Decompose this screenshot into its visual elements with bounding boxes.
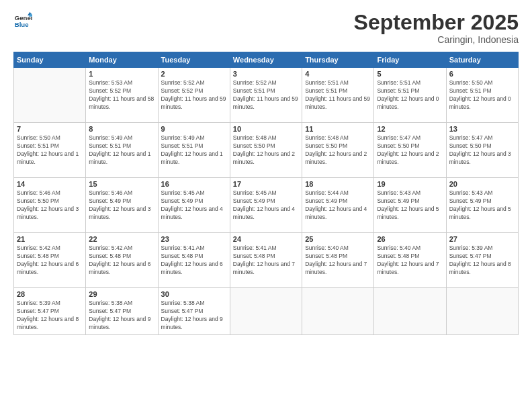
cell-details: Sunrise: 5:52 AMSunset: 5:51 PMDaylight:… [233,79,299,111]
day-number: 29 [89,290,154,298]
col-saturday: Saturday [446,52,518,68]
cell-details: Sunrise: 5:39 AMSunset: 5:47 PMDaylight:… [17,300,83,332]
cell-details: Sunrise: 5:47 AMSunset: 5:50 PMDaylight:… [449,134,515,167]
week-row-1: 7Sunrise: 5:50 AMSunset: 5:51 PMDaylight… [14,123,519,178]
week-row-4: 28Sunrise: 5:39 AMSunset: 5:47 PMDayligh… [14,288,519,335]
day-number: 23 [161,235,227,243]
calendar-cell: 25Sunrise: 5:40 AMSunset: 5:48 PMDayligh… [302,233,374,288]
title-area: September 2025 Caringin, Indonesia [354,11,519,45]
cell-details: Sunrise: 5:50 AMSunset: 5:51 PMDaylight:… [17,134,83,167]
day-number: 14 [17,180,83,188]
day-number: 8 [89,125,154,133]
day-number: 11 [305,125,371,133]
cell-details: Sunrise: 5:38 AMSunset: 5:47 PMDaylight:… [161,300,227,332]
cell-details: Sunrise: 5:39 AMSunset: 5:47 PMDaylight:… [449,244,515,277]
calendar-cell: 11Sunrise: 5:48 AMSunset: 5:50 PMDayligh… [302,123,374,178]
cell-details: Sunrise: 5:41 AMSunset: 5:48 PMDaylight:… [161,244,227,277]
calendar-cell: 23Sunrise: 5:41 AMSunset: 5:48 PMDayligh… [158,233,230,288]
logo-icon: General Blue [13,11,32,30]
calendar-cell [230,288,302,335]
day-number: 13 [449,125,515,133]
day-number: 6 [449,70,515,78]
week-row-3: 21Sunrise: 5:42 AMSunset: 5:48 PMDayligh… [14,233,519,288]
cell-details: Sunrise: 5:50 AMSunset: 5:51 PMDaylight:… [449,79,515,111]
cell-details: Sunrise: 5:53 AMSunset: 5:52 PMDaylight:… [89,79,154,111]
day-number: 18 [305,180,371,188]
day-number: 19 [377,180,443,188]
day-number: 17 [233,180,299,188]
day-number: 3 [233,70,299,78]
calendar-cell: 18Sunrise: 5:44 AMSunset: 5:49 PMDayligh… [302,178,374,233]
calendar-cell: 2Sunrise: 5:52 AMSunset: 5:52 PMDaylight… [158,68,230,123]
cell-details: Sunrise: 5:49 AMSunset: 5:51 PMDaylight:… [89,134,154,167]
cell-details: Sunrise: 5:49 AMSunset: 5:51 PMDaylight:… [161,134,227,167]
day-number: 24 [233,235,299,243]
calendar-cell: 10Sunrise: 5:48 AMSunset: 5:50 PMDayligh… [230,123,302,178]
header-row: Sunday Monday Tuesday Wednesday Thursday… [14,52,519,68]
col-tuesday: Tuesday [158,52,230,68]
calendar-cell [14,68,86,123]
day-number: 7 [17,125,83,133]
calendar-cell: 26Sunrise: 5:40 AMSunset: 5:48 PMDayligh… [374,233,446,288]
day-number: 10 [233,125,299,133]
day-number: 9 [161,125,227,133]
svg-text:Blue: Blue [15,21,29,28]
month-title: September 2025 [354,11,519,34]
calendar-cell [302,288,374,335]
cell-details: Sunrise: 5:45 AMSunset: 5:49 PMDaylight:… [233,189,299,222]
cell-details: Sunrise: 5:42 AMSunset: 5:48 PMDaylight:… [89,244,154,277]
cell-details: Sunrise: 5:40 AMSunset: 5:48 PMDaylight:… [305,244,371,277]
calendar-cell: 15Sunrise: 5:46 AMSunset: 5:49 PMDayligh… [86,178,158,233]
cell-details: Sunrise: 5:48 AMSunset: 5:50 PMDaylight:… [233,134,299,167]
day-number: 12 [377,125,443,133]
calendar-cell: 14Sunrise: 5:46 AMSunset: 5:50 PMDayligh… [14,178,86,233]
calendar-cell: 29Sunrise: 5:38 AMSunset: 5:47 PMDayligh… [86,288,158,335]
cell-details: Sunrise: 5:43 AMSunset: 5:49 PMDaylight:… [449,189,515,222]
calendar-cell: 12Sunrise: 5:47 AMSunset: 5:50 PMDayligh… [374,123,446,178]
calendar-cell [446,288,518,335]
calendar-cell: 17Sunrise: 5:45 AMSunset: 5:49 PMDayligh… [230,178,302,233]
day-number: 27 [449,235,515,243]
cell-details: Sunrise: 5:45 AMSunset: 5:49 PMDaylight:… [161,189,227,222]
cell-details: Sunrise: 5:38 AMSunset: 5:47 PMDaylight:… [89,300,154,332]
calendar-table: Sunday Monday Tuesday Wednesday Thursday… [13,52,519,335]
cell-details: Sunrise: 5:47 AMSunset: 5:50 PMDaylight:… [377,134,443,167]
calendar-cell: 16Sunrise: 5:45 AMSunset: 5:49 PMDayligh… [158,178,230,233]
cell-details: Sunrise: 5:51 AMSunset: 5:51 PMDaylight:… [377,79,443,111]
calendar-cell: 21Sunrise: 5:42 AMSunset: 5:48 PMDayligh… [14,233,86,288]
calendar-cell: 19Sunrise: 5:43 AMSunset: 5:49 PMDayligh… [374,178,446,233]
calendar-cell [374,288,446,335]
cell-details: Sunrise: 5:41 AMSunset: 5:48 PMDaylight:… [233,244,299,277]
cell-details: Sunrise: 5:43 AMSunset: 5:49 PMDaylight:… [377,189,443,222]
week-row-0: 1Sunrise: 5:53 AMSunset: 5:52 PMDaylight… [14,68,519,123]
day-number: 1 [89,70,154,78]
calendar-cell: 13Sunrise: 5:47 AMSunset: 5:50 PMDayligh… [446,123,518,178]
calendar-cell: 28Sunrise: 5:39 AMSunset: 5:47 PMDayligh… [14,288,86,335]
logo: General Blue [13,11,32,30]
day-number: 2 [161,70,227,78]
calendar-cell: 1Sunrise: 5:53 AMSunset: 5:52 PMDaylight… [86,68,158,123]
col-monday: Monday [86,52,158,68]
calendar-cell: 30Sunrise: 5:38 AMSunset: 5:47 PMDayligh… [158,288,230,335]
day-number: 28 [17,290,83,298]
day-number: 15 [89,180,154,188]
day-number: 21 [17,235,83,243]
calendar-cell: 4Sunrise: 5:51 AMSunset: 5:51 PMDaylight… [302,68,374,123]
cell-details: Sunrise: 5:48 AMSunset: 5:50 PMDaylight:… [305,134,371,167]
calendar-cell: 5Sunrise: 5:51 AMSunset: 5:51 PMDaylight… [374,68,446,123]
day-number: 25 [305,235,371,243]
calendar-cell: 9Sunrise: 5:49 AMSunset: 5:51 PMDaylight… [158,123,230,178]
day-number: 26 [377,235,443,243]
day-number: 16 [161,180,227,188]
day-number: 30 [161,290,227,298]
col-thursday: Thursday [302,52,374,68]
page: General Blue September 2025 Caringin, In… [0,0,532,411]
day-number: 20 [449,180,515,188]
cell-details: Sunrise: 5:44 AMSunset: 5:49 PMDaylight:… [305,189,371,222]
header: General Blue September 2025 Caringin, In… [13,11,519,45]
calendar-cell: 22Sunrise: 5:42 AMSunset: 5:48 PMDayligh… [86,233,158,288]
calendar-cell: 24Sunrise: 5:41 AMSunset: 5:48 PMDayligh… [230,233,302,288]
col-sunday: Sunday [14,52,86,68]
calendar-cell: 20Sunrise: 5:43 AMSunset: 5:49 PMDayligh… [446,178,518,233]
calendar-cell: 7Sunrise: 5:50 AMSunset: 5:51 PMDaylight… [14,123,86,178]
